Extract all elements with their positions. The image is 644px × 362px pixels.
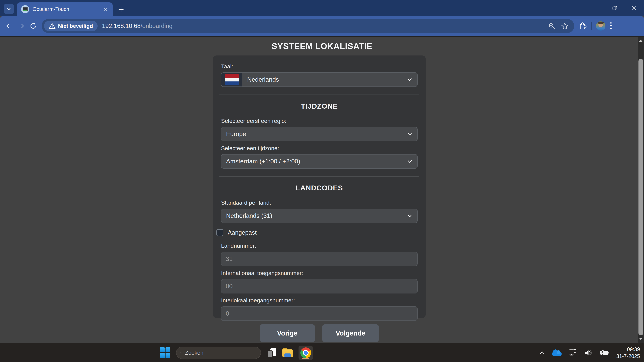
- url-host: 192.168.10.68: [102, 22, 140, 29]
- chevron-down-icon: [406, 213, 413, 219]
- puzzle-icon: [578, 21, 587, 30]
- window-controls: [586, 0, 644, 16]
- triangle-up-icon: [639, 40, 643, 42]
- country-codes-heading: LANDCODES: [221, 184, 418, 192]
- profile-avatar[interactable]: [596, 21, 606, 31]
- search-input[interactable]: [185, 350, 256, 356]
- browser-tab[interactable]: Octalarm-Touch: [17, 2, 113, 16]
- site-favicon-icon: [21, 5, 29, 13]
- chevron-down-icon: [6, 6, 12, 12]
- warning-triangle-icon: [49, 23, 56, 29]
- default-country-label: Standaard per land:: [221, 199, 418, 206]
- netherlands-flag-icon: [221, 73, 242, 86]
- restore-button[interactable]: [605, 0, 624, 16]
- clock-time: 09:39: [616, 346, 640, 353]
- reload-icon: [29, 22, 37, 30]
- scrollbar-up-button[interactable]: [638, 37, 644, 44]
- language-select[interactable]: Nederlands: [221, 72, 418, 87]
- active-app-indicator: [302, 358, 309, 359]
- minimize-icon: [592, 5, 598, 11]
- bookmark-star-button[interactable]: [560, 21, 570, 31]
- security-chip[interactable]: Niet beveiligd: [44, 21, 98, 31]
- battery-charging-icon[interactable]: [600, 348, 610, 358]
- custom-checkbox-label[interactable]: Aangepast: [228, 229, 256, 236]
- task-view-button[interactable]: [267, 348, 277, 358]
- toolbar-separator: [591, 22, 592, 30]
- security-chip-label: Niet beveiligd: [58, 23, 93, 29]
- zone-label: Selecteer een tijdzone:: [221, 145, 418, 151]
- trunk-prefix-input[interactable]: [221, 306, 418, 321]
- taskbar-search[interactable]: [176, 347, 261, 359]
- section-divider: [219, 176, 419, 177]
- custom-checkbox[interactable]: [216, 229, 224, 236]
- tab-close-icon[interactable]: [103, 6, 108, 12]
- address-bar[interactable]: Niet beveiligd 192.168.10.68/onboarding: [42, 19, 574, 33]
- chevron-down-icon: [406, 158, 413, 165]
- chevron-down-icon: [406, 76, 413, 83]
- tab-list-button[interactable]: [4, 4, 14, 14]
- default-country-selected-value: Netherlands (31): [226, 212, 272, 219]
- page-scrollbar[interactable]: [638, 37, 644, 343]
- clock-date: 31-7-2025: [616, 353, 640, 360]
- international-prefix-label: Internationaal toegangsnummer:: [221, 270, 418, 276]
- page-content: SYSTEEM LOKALISATIE Taal: Nederlands TIJ…: [0, 36, 644, 343]
- triangle-down-icon: [639, 338, 643, 340]
- taskbar-clock[interactable]: 09:39 31-7-2025: [616, 346, 640, 360]
- timezone-select[interactable]: Amsterdam (+1:00 / +2:00): [221, 154, 418, 169]
- search-icon: [180, 350, 182, 356]
- toolbar-right: [578, 21, 617, 31]
- back-button[interactable]: [3, 20, 15, 32]
- scrollbar-thumb[interactable]: [638, 59, 643, 335]
- taskbar-center: [160, 344, 313, 362]
- volume-icon[interactable]: [584, 348, 593, 358]
- onedrive-icon[interactable]: [552, 352, 562, 356]
- close-window-button[interactable]: [624, 0, 644, 16]
- custom-checkbox-row: Aangepast: [216, 229, 418, 236]
- default-country-select[interactable]: Netherlands (31): [221, 209, 418, 223]
- tab-title: Octalarm-Touch: [32, 6, 103, 12]
- page-title: SYSTEEM LOKALISATIE: [0, 41, 644, 51]
- start-button[interactable]: [160, 348, 170, 358]
- file-explorer-button[interactable]: [282, 349, 293, 357]
- screen: Octalarm-Touch: [0, 0, 644, 362]
- zoom-out-button[interactable]: [546, 21, 557, 31]
- browser-titlebar: Octalarm-Touch: [0, 0, 644, 16]
- star-icon: [561, 22, 569, 30]
- chrome-taskbar-button[interactable]: [298, 346, 313, 360]
- scrollbar-down-button[interactable]: [638, 335, 644, 343]
- forward-arrow-icon: [17, 22, 25, 30]
- region-label: Selecteer eerst een regio:: [221, 118, 418, 124]
- extensions-button[interactable]: [578, 21, 587, 31]
- system-tray: 09:39 31-7-2025: [539, 344, 640, 362]
- url-path: /onboarding: [140, 22, 172, 29]
- previous-button[interactable]: Vorige: [260, 324, 315, 342]
- next-button[interactable]: Volgende: [322, 324, 379, 342]
- chevron-down-icon: [406, 131, 413, 137]
- url-text: 192.168.10.68/onboarding: [102, 22, 546, 29]
- region-selected-value: Europe: [226, 131, 246, 138]
- display-usb-icon[interactable]: [568, 348, 578, 358]
- browser-toolbar: Niet beveiligd 192.168.10.68/onboarding: [0, 16, 644, 36]
- language-label: Taal:: [221, 63, 418, 70]
- region-select[interactable]: Europe: [221, 127, 418, 141]
- timezone-selected-value: Amsterdam (+1:00 / +2:00): [226, 158, 300, 165]
- restore-icon: [612, 5, 618, 11]
- tray-chevron-up-icon[interactable]: [539, 350, 546, 356]
- localisation-card: Taal: Nederlands TIJDZONE Selecteer eers…: [213, 55, 426, 318]
- international-prefix-input[interactable]: [221, 279, 418, 294]
- close-icon: [632, 5, 637, 11]
- chrome-icon: [300, 348, 311, 358]
- new-tab-button[interactable]: [116, 5, 126, 14]
- zoom-out-icon: [548, 22, 556, 30]
- reload-button[interactable]: [27, 20, 39, 32]
- windows-taskbar: 09:39 31-7-2025: [0, 343, 644, 362]
- country-number-input[interactable]: [221, 252, 418, 266]
- trunk-prefix-label: Interlokaal toegangsnummer:: [221, 297, 418, 304]
- minimize-button[interactable]: [586, 0, 605, 16]
- language-selected-value: Nederlands: [247, 76, 279, 83]
- section-divider: [219, 94, 419, 95]
- kebab-menu-icon: [610, 21, 612, 30]
- country-number-label: Landnummer:: [221, 243, 418, 249]
- menu-button[interactable]: [610, 21, 612, 31]
- forward-button[interactable]: [15, 20, 27, 32]
